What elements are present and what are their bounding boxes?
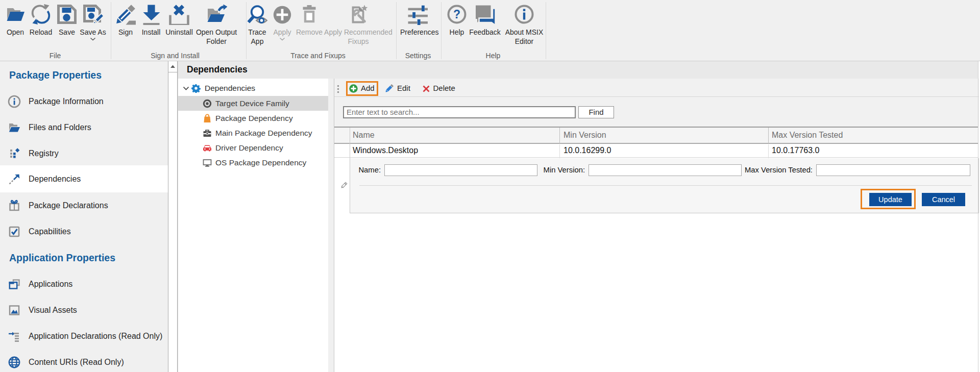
svg-text:?: ? [453, 8, 460, 21]
